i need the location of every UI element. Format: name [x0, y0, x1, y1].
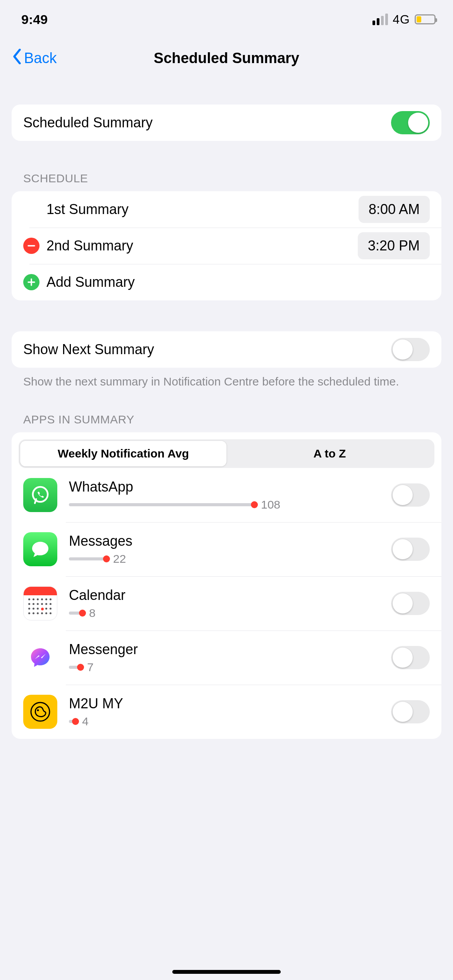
- notification-count: 4: [82, 715, 89, 728]
- app-toggle-m2u[interactable]: [391, 700, 430, 723]
- whatsapp-icon: [23, 478, 57, 512]
- app-toggle-whatsapp[interactable]: [391, 483, 430, 507]
- scheduled-summary-group: Scheduled Summary: [12, 105, 441, 141]
- scheduled-summary-row[interactable]: Scheduled Summary: [12, 105, 441, 141]
- app-name: Calendar: [69, 587, 382, 603]
- schedule-group: 1st Summary 8:00 AM 2nd Summary 3:20 PM …: [12, 191, 441, 300]
- messages-icon: [23, 532, 57, 566]
- notification-bar: 8: [69, 607, 382, 620]
- back-label: Back: [24, 50, 57, 67]
- add-summary-row[interactable]: Add Summary: [12, 264, 441, 300]
- apps-group: Weekly Notification Avg A to Z WhatsApp1…: [12, 432, 441, 739]
- chevron-left-icon: [12, 49, 22, 68]
- svg-point-3: [33, 487, 48, 502]
- home-indicator[interactable]: [172, 970, 281, 974]
- notification-count: 22: [113, 552, 126, 565]
- notification-bar: 7: [69, 661, 382, 674]
- notification-bar: 108: [69, 498, 382, 511]
- summary-1-label: 1st Summary: [23, 201, 359, 218]
- m2u-icon: [23, 695, 57, 729]
- show-next-summary-toggle[interactable]: [391, 338, 430, 361]
- show-next-summary-label: Show Next Summary: [23, 341, 391, 358]
- messenger-icon: [23, 641, 57, 675]
- app-body: Messenger7: [57, 641, 391, 674]
- summary-2-time[interactable]: 3:20 PM: [358, 232, 430, 259]
- summary-2-label: 2nd Summary: [46, 238, 358, 254]
- sort-a-to-z[interactable]: A to Z: [226, 441, 433, 466]
- app-body: Messages22: [57, 533, 391, 565]
- calendar-icon: [23, 586, 57, 620]
- app-row-messages[interactable]: Messages22: [12, 522, 441, 576]
- app-row-m2u[interactable]: M2U MY4: [12, 685, 441, 739]
- app-toggle-messenger[interactable]: [391, 646, 430, 669]
- schedule-header: SCHEDULE: [12, 141, 441, 191]
- add-summary-label: Add Summary: [46, 274, 430, 290]
- notification-bar: 22: [69, 552, 382, 565]
- sort-segmented-control[interactable]: Weekly Notification Avg A to Z: [19, 439, 434, 468]
- status-right: 4G: [372, 12, 436, 27]
- notification-count: 108: [261, 498, 280, 511]
- scheduled-summary-toggle[interactable]: [391, 111, 430, 134]
- app-body: M2U MY4: [57, 696, 391, 728]
- status-time: 9:49: [21, 12, 48, 27]
- app-body: Calendar8: [57, 587, 391, 620]
- add-summary-button[interactable]: [23, 274, 39, 290]
- show-next-summary-row[interactable]: Show Next Summary: [12, 331, 441, 368]
- app-row-messenger[interactable]: Messenger7: [12, 630, 441, 685]
- show-next-summary-group: Show Next Summary: [12, 331, 441, 368]
- status-bar: 9:49 4G: [0, 0, 453, 39]
- apps-header: APPS IN SUMMARY: [12, 390, 441, 432]
- notification-bar: 4: [69, 715, 382, 728]
- svg-point-4: [31, 702, 50, 721]
- app-name: M2U MY: [69, 696, 382, 712]
- summary-row-2[interactable]: 2nd Summary 3:20 PM: [12, 228, 441, 264]
- cellular-signal-icon: [372, 14, 388, 25]
- app-body: WhatsApp108: [57, 479, 391, 511]
- summary-1-time[interactable]: 8:00 AM: [359, 196, 430, 223]
- apps-list: WhatsApp108Messages22Calendar8Messenger7…: [12, 468, 441, 739]
- app-name: WhatsApp: [69, 479, 382, 495]
- app-row-whatsapp[interactable]: WhatsApp108: [12, 468, 441, 522]
- app-name: Messages: [69, 533, 382, 549]
- svg-point-5: [37, 709, 39, 711]
- remove-summary-button[interactable]: [23, 238, 39, 254]
- page-title: Scheduled Summary: [0, 50, 453, 67]
- notification-count: 7: [87, 661, 94, 674]
- app-row-calendar[interactable]: Calendar8: [12, 576, 441, 630]
- app-name: Messenger: [69, 641, 382, 658]
- notification-count: 8: [89, 607, 96, 620]
- scheduled-summary-label: Scheduled Summary: [23, 115, 391, 131]
- show-next-summary-footer: Show the next summary in Notification Ce…: [12, 368, 441, 390]
- app-toggle-calendar[interactable]: [391, 592, 430, 615]
- network-type: 4G: [393, 12, 410, 27]
- back-button[interactable]: Back: [12, 49, 57, 68]
- summary-row-1[interactable]: 1st Summary 8:00 AM: [12, 191, 441, 228]
- nav-bar: Back Scheduled Summary: [0, 39, 453, 77]
- app-toggle-messages[interactable]: [391, 538, 430, 561]
- sort-weekly-avg[interactable]: Weekly Notification Avg: [20, 441, 226, 466]
- battery-icon: [415, 14, 436, 24]
